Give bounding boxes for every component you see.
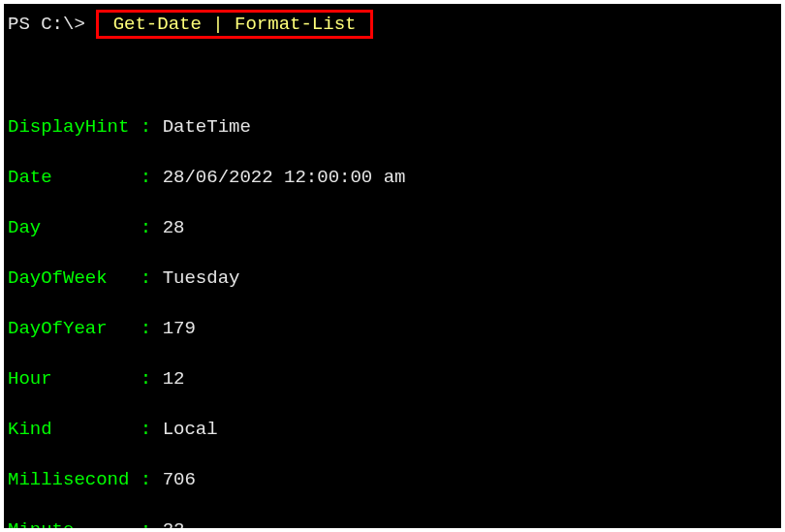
colon-separator: : xyxy=(141,469,163,490)
property-name: Hour xyxy=(8,368,141,390)
colon-separator: : xyxy=(141,419,163,440)
output-row: DisplayHint : DateTime xyxy=(8,114,777,140)
output-row: Date : 28/06/2022 12:00:00 am xyxy=(8,165,777,190)
property-value: 22 xyxy=(163,519,185,528)
colon-separator: : xyxy=(141,167,163,188)
entered-command: Get-Date | Format-List xyxy=(102,14,367,35)
powershell-terminal[interactable]: PS C:\> Get-Date | Format-List DisplayHi… xyxy=(4,4,781,528)
property-value: Tuesday xyxy=(163,267,240,289)
property-value: 179 xyxy=(163,318,196,339)
property-name: Millisecond xyxy=(8,469,141,490)
property-value: 28/06/2022 12:00:00 am xyxy=(163,167,406,188)
output-row: DayOfWeek : Tuesday xyxy=(8,266,777,291)
output-row: Millisecond : 706 xyxy=(8,467,777,492)
colon-separator: : xyxy=(141,217,163,238)
blank-line xyxy=(8,64,777,89)
property-value: 706 xyxy=(163,469,196,490)
property-name: DayOfWeek xyxy=(8,267,141,289)
output-row: Hour : 12 xyxy=(8,366,777,391)
prompt-prefix: PS C:\> xyxy=(8,14,85,35)
output-row: Minute : 22 xyxy=(8,517,777,528)
colon-separator: : xyxy=(141,267,163,289)
property-name: Date xyxy=(8,167,141,188)
command-line: PS C:\> Get-Date | Format-List xyxy=(8,10,777,39)
property-value: 28 xyxy=(163,217,185,238)
property-value: 12 xyxy=(163,368,185,390)
output-row: Kind : Local xyxy=(8,417,777,442)
output-row: Day : 28 xyxy=(8,215,777,240)
property-name: Minute xyxy=(8,519,141,528)
property-name: Day xyxy=(8,217,141,238)
property-name: DisplayHint xyxy=(8,116,141,138)
property-value: Local xyxy=(163,419,218,440)
output-row: DayOfYear : 179 xyxy=(8,316,777,341)
colon-separator: : xyxy=(141,368,163,390)
property-name: DayOfYear xyxy=(8,318,141,339)
output-list: DisplayHint : DateTime Date : 28/06/2022… xyxy=(8,114,777,528)
property-name: Kind xyxy=(8,419,141,440)
command-highlight: Get-Date | Format-List xyxy=(96,10,373,39)
colon-separator: : xyxy=(141,318,163,339)
colon-separator: : xyxy=(141,519,163,528)
property-value: DateTime xyxy=(163,116,251,138)
colon-separator: : xyxy=(141,116,163,138)
